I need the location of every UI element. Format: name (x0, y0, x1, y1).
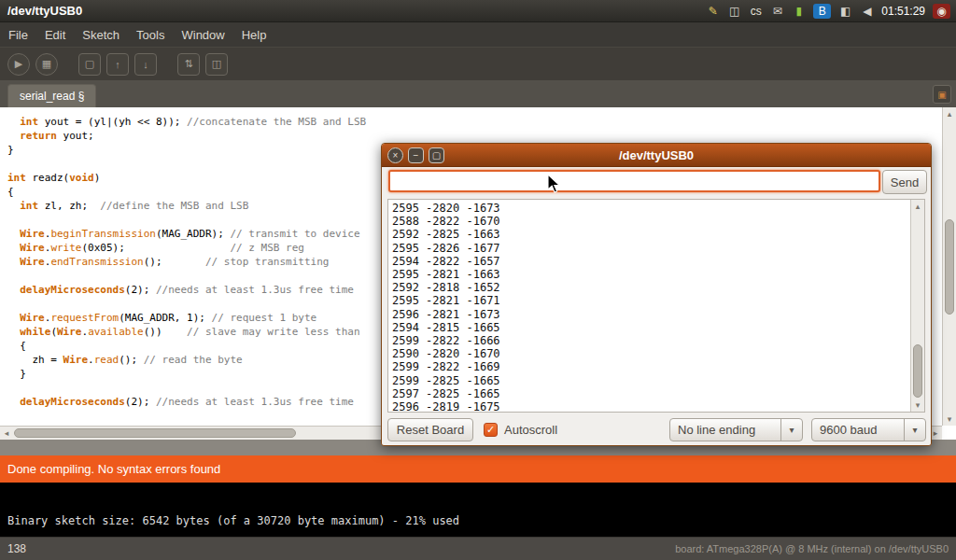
serial-output-line: 2599 -2825 -1665 (392, 374, 907, 387)
status-bar: 138 board: ATmega328P(A) @ 8 MHz (intern… (0, 537, 956, 560)
chevron-down-icon[interactable]: ▾ (904, 419, 925, 441)
serial-output-line: 2597 -2825 -1665 (392, 387, 907, 400)
serial-input[interactable] (388, 170, 880, 192)
serial-output-line: 2596 -2821 -1673 (392, 308, 907, 321)
tab-serial-read[interactable]: serial_read § (7, 84, 96, 107)
serial-monitor-title: /dev/ttyUSB0 (382, 148, 931, 162)
scroll-up-icon[interactable]: ▴ (911, 200, 924, 213)
compile-status-bar: Done compiling. No syntax errors found (0, 455, 956, 483)
screen: /dev/ttyUSB0 ✎◫cs✉▮B◧◀01:51:29 ◉ FileEdi… (0, 0, 956, 560)
panel-window-title: /dev/ttyUSB0 (0, 4, 82, 18)
maximize-icon[interactable]: ▢ (429, 147, 444, 163)
menu-help[interactable]: Help (233, 23, 275, 47)
serial-output-line: 2595 -2820 -1673 (392, 202, 907, 215)
serial-output-lines: 2595 -2820 -16732588 -2822 -16702592 -28… (392, 202, 907, 413)
autoscroll-checkbox[interactable]: ✓ (484, 423, 498, 437)
panel-clock[interactable]: 01:51:29 (881, 5, 925, 18)
mail-icon[interactable]: ✉ (770, 4, 784, 19)
menu-bar: FileEditSketchToolsWindowHelp (0, 22, 956, 47)
baud-select[interactable]: 9600 baud ▾ (811, 418, 926, 441)
open-button[interactable]: ↑ (106, 53, 129, 76)
session-menu-icon[interactable]: ◉ (933, 4, 950, 19)
code-line: return yout; (7, 129, 942, 143)
menu-file[interactable]: File (0, 23, 36, 47)
mouse-cursor (547, 174, 562, 194)
serial-output-line: 2594 -2815 -1665 (392, 321, 907, 334)
console: Binary sketch size: 6542 bytes (of a 307… (0, 483, 956, 537)
serial-output-line: 2594 -2822 -1657 (392, 255, 907, 268)
autoscroll-label: Autoscroll (504, 423, 557, 437)
close-icon[interactable]: × (387, 147, 403, 163)
battery-icon[interactable]: ▮ (792, 4, 806, 19)
menu-tools[interactable]: Tools (128, 23, 173, 47)
notes-icon[interactable]: ✎ (706, 4, 720, 19)
verify-button[interactable]: ▶ (7, 53, 30, 76)
tab-label: serial_read § (20, 90, 84, 103)
stop-button[interactable]: ▦ (35, 53, 58, 76)
minimize-icon[interactable]: − (408, 147, 424, 163)
code-line: int yout = (yl|(yh << 8)); //concatenate… (7, 115, 942, 129)
save-button[interactable]: ↓ (134, 53, 157, 76)
serial-monitor-window: /dev/ttyUSB0 × − ▢ Send 2595 -2820 -1673… (381, 143, 932, 446)
serial-output-line: 2595 -2821 -1663 (392, 268, 907, 281)
scroll-left-icon[interactable]: ◂ (0, 427, 13, 440)
editor-vscroll-thumb[interactable] (945, 219, 954, 315)
scroll-down-icon[interactable]: ▾ (943, 413, 956, 426)
serial-output-line: 2590 -2820 -1670 (392, 347, 907, 360)
serial-output-line: 2596 -2819 -1675 (392, 400, 907, 413)
scroll-up-icon[interactable]: ▴ (943, 107, 956, 120)
volume-icon[interactable]: ◀ (860, 4, 874, 19)
console-output: Binary sketch size: 6542 bytes (of a 307… (7, 514, 956, 527)
editor-hscroll-thumb[interactable] (14, 428, 296, 438)
serial-output-line: 2595 -2821 -1671 (392, 294, 907, 307)
serial-output-line: 2588 -2822 -1670 (392, 215, 907, 228)
serial-monitor-button[interactable]: ◫ (205, 53, 228, 76)
chevron-down-icon[interactable]: ▾ (780, 419, 802, 441)
tab-bar: serial_read § ▣ (0, 80, 956, 107)
system-tray: ✎◫cs✉▮B◧◀01:51:29 ◉ (706, 4, 956, 19)
serial-monitor-titlebar[interactable]: /dev/ttyUSB0 × − ▢ (382, 144, 931, 167)
menu-edit[interactable]: Edit (36, 23, 74, 47)
serial-output-line: 2599 -2822 -1669 (392, 360, 907, 373)
compile-status-message: Done compiling. No syntax errors found (7, 462, 220, 476)
bluetooth-icon[interactable]: B (813, 4, 831, 19)
menu-sketch[interactable]: Sketch (74, 23, 128, 47)
workgroup-icon[interactable]: ◫ (727, 4, 741, 19)
serial-output[interactable]: 2595 -2820 -16732588 -2822 -16702592 -28… (387, 199, 925, 413)
scroll-down-icon[interactable]: ▾ (911, 399, 924, 412)
serial-scroll-thumb[interactable] (913, 344, 922, 398)
line-ending-select[interactable]: No line ending ▾ (669, 418, 803, 441)
upload-button[interactable]: ⇅ (177, 53, 200, 76)
line-ending-value: No line ending (678, 423, 755, 437)
menu-window[interactable]: Window (173, 23, 232, 47)
reset-board-button[interactable]: Reset Board (387, 418, 473, 441)
serial-output-line: 2592 -2818 -1652 (392, 281, 907, 294)
serial-output-line: 2595 -2826 -1677 (392, 242, 907, 255)
serial-scrollbar[interactable]: ▴ ▾ (910, 200, 924, 412)
network-icon[interactable]: ◧ (838, 4, 852, 19)
editor-vertical-scrollbar[interactable]: ▴ ▾ (942, 107, 956, 426)
new-sketch-button[interactable]: ▢ (78, 53, 101, 76)
board-info: board: ATmega328P(A) @ 8 MHz (internal) … (675, 543, 949, 554)
toolbar: ▶▦▢↑↓⇅◫ (0, 47, 956, 80)
line-number-indicator: 138 (7, 542, 26, 555)
baud-value: 9600 baud (820, 423, 877, 437)
send-button[interactable]: Send (882, 170, 927, 194)
serial-monitor-icon[interactable]: ▣ (933, 85, 951, 104)
keyboard-indicator[interactable]: cs (749, 4, 763, 19)
serial-output-line: 2599 -2822 -1666 (392, 334, 907, 347)
serial-output-line: 2592 -2825 -1663 (392, 228, 907, 241)
top-panel: /dev/ttyUSB0 ✎◫cs✉▮B◧◀01:51:29 ◉ (0, 0, 956, 22)
